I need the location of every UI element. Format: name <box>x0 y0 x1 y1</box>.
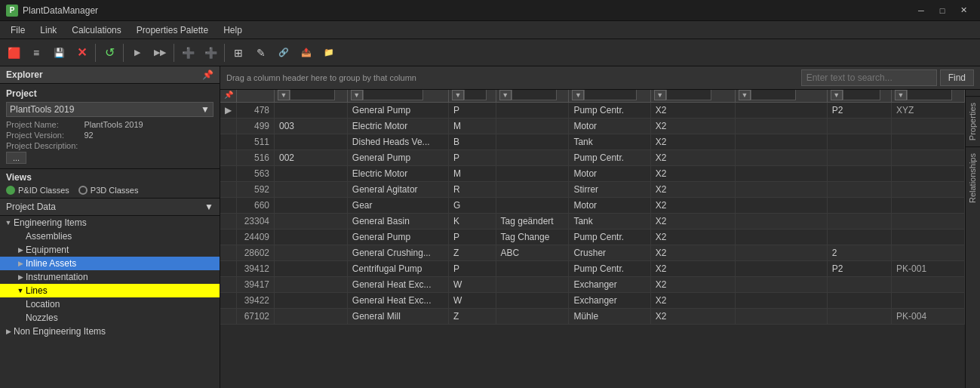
search-button[interactable]: Find <box>940 69 974 86</box>
row-arrow-icon <box>220 134 237 150</box>
tb-folder-button[interactable]: 📁 <box>318 42 339 63</box>
tree-expand-instrumentation[interactable]: ▶ <box>15 273 26 281</box>
cell-type: K <box>448 214 496 229</box>
cell-comment <box>496 166 569 182</box>
table-row[interactable]: ▶478General PumpPPump Centr.X2P2XYZ <box>220 103 965 119</box>
table-row[interactable]: 23304General BasinKTag geändertTankX2 <box>220 214 965 229</box>
tb-refresh-button[interactable]: ↺ <box>99 42 120 63</box>
menu-link[interactable]: Link <box>32 23 64 37</box>
cell-assembly <box>275 261 348 277</box>
cell-pktag <box>892 198 965 214</box>
tree-item-inline-assets[interactable]: ▶Inline Assets <box>0 257 220 270</box>
close-button[interactable]: ✕ <box>953 3 974 18</box>
tree-item-instrumentation[interactable]: ▶Instrumentation <box>0 270 220 284</box>
cell-comment: ABC <box>496 245 569 261</box>
tree-item-location[interactable]: Location <box>0 297 220 311</box>
table-row[interactable]: 39412Centrifugal PumpPPump Centr.X2P2PK-… <box>220 261 965 277</box>
cell-modelnumber <box>736 214 828 229</box>
cell-modelnumber <box>736 198 828 214</box>
tree-item-engineering-items[interactable]: ▼Engineering Items <box>0 216 220 229</box>
table-row[interactable]: 24409General PumpPTag ChangePump Centr.X… <box>220 229 965 245</box>
table-row[interactable]: 511Dished Heads Ve...BTankX2 <box>220 134 965 150</box>
cell-description: Tank <box>569 214 650 229</box>
tree-item-equipment[interactable]: ▶Equipment <box>0 243 220 257</box>
tb-import1-button[interactable]: ▶ <box>127 42 148 63</box>
filter-pktag[interactable]: ▼ <box>892 90 965 103</box>
menu-file[interactable]: File <box>3 23 32 37</box>
dropdown-chevron-icon: ▼ <box>201 104 210 115</box>
tab-properties[interactable]: Properties <box>966 96 980 146</box>
table-row[interactable]: 28602General Crushing...ZABCCrusherX22 <box>220 245 965 261</box>
project-desc-button[interactable]: ... <box>6 152 26 164</box>
search-input[interactable] <box>801 69 937 86</box>
cell-classname: Electric Motor <box>347 119 448 134</box>
tb-add-blue-button[interactable]: ➕ <box>200 42 221 63</box>
cell-manufacturer: X2 <box>650 119 735 134</box>
table-row[interactable]: 39417General Heat Exc...WExchangerX2 <box>220 277 965 293</box>
tb-import2-button[interactable]: ▶▶ <box>149 42 171 63</box>
cell-manufacturer: X2 <box>650 309 735 325</box>
table-row[interactable]: 39422General Heat Exc...WExchangerX2 <box>220 293 965 309</box>
filter-manufacturer[interactable]: ▼ <box>650 90 735 103</box>
cell-comment: Tag geändert <box>496 214 569 229</box>
row-arrow-icon <box>220 261 237 277</box>
cell-type: Z <box>448 245 496 261</box>
explorer-header: Explorer 📌 <box>0 66 220 84</box>
cell-type: Z <box>448 309 496 325</box>
filter-classname[interactable]: ▼ <box>347 90 448 103</box>
tree-expand-equipment[interactable]: ▶ <box>15 246 26 254</box>
table-row[interactable]: 592General AgitatorRStirrerX2 <box>220 182 965 198</box>
tree-item-nozzles[interactable]: Nozzles <box>0 311 220 325</box>
cell-pnpid: 592 <box>237 182 275 198</box>
project-data-dropdown[interactable]: Project Data ▼ <box>0 199 220 216</box>
tree-item-lines[interactable]: ▼Lines <box>0 284 220 297</box>
data-table-container[interactable]: PnPID Assembly Class Name Type Comment D… <box>220 90 965 388</box>
maximize-button[interactable]: □ <box>932 3 953 18</box>
filter-supplier[interactable]: ▼ <box>827 90 891 103</box>
filter-comment[interactable]: ▼ <box>496 90 569 103</box>
cell-pktag <box>892 166 965 182</box>
menu-help[interactable]: Help <box>216 23 250 37</box>
cell-pnpid: 24409 <box>237 229 275 245</box>
cell-manufacturer: X2 <box>650 261 735 277</box>
radio-pid-classes[interactable]: P&ID Classes <box>6 186 69 195</box>
menu-properties-palette[interactable]: Properties Palette <box>129 23 216 37</box>
table-row[interactable]: 660GearGMotorX2 <box>220 198 965 214</box>
pin-icon[interactable]: 📌 <box>202 69 214 80</box>
tree-expand-engineering-items[interactable]: ▼ <box>3 219 14 226</box>
tree-expand-lines[interactable]: ▼ <box>15 287 26 294</box>
table-row[interactable]: 67102General MillZMühleX2PK-004 <box>220 309 965 325</box>
tb-grid-button[interactable]: ⊞ <box>228 42 249 63</box>
filter-modelnumber[interactable]: ▼ <box>736 90 828 103</box>
cell-supplier <box>827 134 891 150</box>
table-row[interactable]: 516002General PumpPPump Centr.X2 <box>220 150 965 166</box>
project-dropdown[interactable]: PlantTools 2019 ▼ <box>6 102 214 117</box>
menu-calculations[interactable]: Calculations <box>64 23 128 37</box>
tree-item-non-engineering[interactable]: ▶Non Engineering Items <box>0 325 220 338</box>
cell-pnpid: 23304 <box>237 214 275 229</box>
tb-list-button[interactable]: ≡ <box>26 42 47 63</box>
cell-type: G <box>448 198 496 214</box>
filter-assembly[interactable]: ▼ <box>275 90 348 103</box>
tb-save-button[interactable]: 💾 <box>48 42 69 63</box>
tab-relationships[interactable]: Relationships <box>966 146 980 209</box>
tree-expand-non-engineering[interactable]: ▶ <box>3 328 14 335</box>
tb-red-square-button[interactable]: 🟥 <box>3 42 24 63</box>
tb-edit-button[interactable]: ✎ <box>250 42 272 63</box>
tree-expand-inline-assets[interactable]: ▶ <box>15 260 26 267</box>
tree-item-assemblies[interactable]: Assemblies <box>0 229 220 243</box>
table-row[interactable]: 499003Electric MotorMMotorX2 <box>220 119 965 134</box>
tb-delete-button[interactable]: ✕ <box>71 42 92 63</box>
radio-p3d-classes[interactable]: P3D Classes <box>78 186 139 195</box>
table-row[interactable]: 563Electric MotorMMotorX2 <box>220 166 965 182</box>
filter-description[interactable]: ▼ <box>569 90 650 103</box>
tb-add-green-button[interactable]: ➕ <box>177 42 198 63</box>
tree-label-engineering-items: Engineering Items <box>14 217 87 228</box>
tb-export-button[interactable]: 📤 <box>296 42 317 63</box>
cell-assembly <box>275 214 348 229</box>
tb-link-button[interactable]: 🔗 <box>273 42 294 63</box>
filter-type[interactable]: ▼ <box>448 90 496 103</box>
cell-type: W <box>448 277 496 293</box>
minimize-button[interactable]: ─ <box>911 3 932 18</box>
tree-label-non-engineering: Non Engineering Items <box>14 326 106 337</box>
